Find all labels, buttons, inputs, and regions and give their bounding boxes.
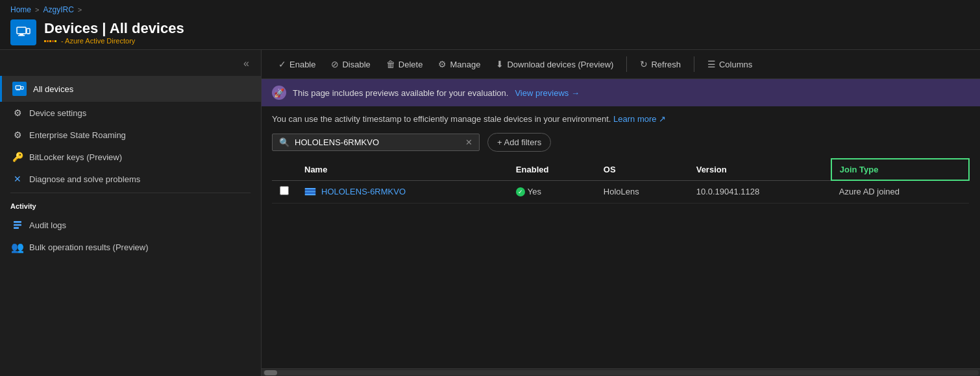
search-box: 🔍 ✕ — [272, 134, 480, 151]
bitlocker-icon: 🔑 — [12, 152, 23, 162]
diagnose-icon: ✕ — [12, 174, 23, 184]
sidebar-item-device-settings[interactable]: ⚙ Device settings — [0, 102, 261, 124]
device-join-type-cell: Azure AD joined — [831, 180, 969, 203]
delete-icon: 🗑 — [386, 59, 395, 69]
refresh-icon: ↻ — [640, 59, 648, 69]
toolbar-divider-2 — [694, 56, 694, 72]
download-icon: ⬇ — [496, 59, 504, 69]
devices-table-container: Name Enabled OS Version Join Type — [262, 158, 980, 368]
breadcrumb-tenant[interactable]: AzgyIRC — [43, 5, 73, 14]
device-enabled-cell: ✓ Yes — [508, 180, 596, 203]
bulk-operations-label: Bulk operation results (Preview) — [29, 242, 149, 252]
breadcrumb: Home > AzgyIRC > — [10, 5, 970, 14]
sidebar-item-bitlocker[interactable]: 🔑 BitLocker keys (Preview) — [0, 146, 261, 168]
preview-banner: 🚀 This page includes previews available … — [262, 79, 980, 106]
svg-rect-3 — [27, 29, 30, 34]
enabled-dot: ✓ — [516, 187, 525, 196]
svg-rect-6 — [21, 87, 23, 89]
add-filters-button[interactable]: + Add filters — [487, 133, 551, 152]
svg-point-4 — [28, 33, 29, 34]
device-settings-label: Device settings — [29, 108, 86, 118]
col-version[interactable]: Version — [689, 159, 831, 180]
svg-rect-2 — [18, 35, 25, 36]
scrollbar-thumb[interactable] — [264, 370, 277, 375]
sidebar-divider — [10, 193, 251, 193]
disable-button[interactable]: ⊘ Disable — [325, 55, 376, 73]
svg-rect-7 — [17, 89, 19, 90]
activity-section-label: Activity — [0, 196, 261, 214]
learn-more-link[interactable]: Learn more ↗ — [613, 114, 666, 124]
all-devices-label: All devices — [33, 84, 73, 94]
device-os-cell: HoloLens — [596, 180, 689, 203]
enterprise-label: Enterprise State Roaming — [29, 130, 126, 140]
view-previews-link[interactable]: View previews → — [515, 88, 579, 98]
delete-button[interactable]: 🗑 Delete — [380, 55, 430, 73]
sidebar-item-audit-logs[interactable]: Audit logs — [0, 214, 261, 236]
row-checkbox[interactable] — [280, 186, 289, 195]
sidebar-item-diagnose[interactable]: ✕ Diagnose and solve problems — [0, 168, 261, 190]
collapse-button[interactable]: « — [0, 54, 261, 76]
columns-button[interactable]: ☰ Columns — [701, 55, 759, 73]
rocket-icon: 🚀 — [272, 86, 286, 100]
enable-button[interactable]: ✓ Enable — [272, 55, 322, 73]
audit-logs-label: Audit logs — [29, 220, 66, 230]
scrollbar-track — [263, 370, 979, 375]
refresh-button[interactable]: ↻ Refresh — [633, 55, 687, 73]
col-name[interactable]: Name — [297, 159, 508, 180]
manage-icon: ⚙ — [438, 59, 447, 69]
search-input[interactable] — [295, 137, 460, 147]
sidebar-item-all-devices[interactable]: All devices — [0, 76, 261, 102]
col-join-type[interactable]: Join Type — [831, 159, 969, 180]
svg-rect-0 — [17, 27, 26, 34]
svg-rect-8 — [16, 89, 20, 90]
info-text: You can use the activity timestamp to ef… — [262, 106, 980, 129]
device-name-cell: HOLOLENS-6RMKVO — [297, 180, 508, 203]
svg-rect-12 — [305, 188, 316, 189]
svg-rect-11 — [14, 227, 19, 229]
devices-table: Name Enabled OS Version Join Type — [272, 158, 970, 204]
toolbar: ✓ Enable ⊘ Disable 🗑 Delete ⚙ Manage ⬇ D… — [262, 50, 980, 79]
table-row: HOLOLENS-6RMKVO ✓ Yes HoloLens 10.0.1904… — [272, 180, 969, 203]
search-row: 🔍 ✕ + Add filters — [262, 129, 980, 158]
banner-text: This page includes previews available fo… — [293, 88, 508, 98]
svg-rect-16 — [305, 194, 316, 195]
bitlocker-label: BitLocker keys (Preview) — [29, 152, 122, 162]
search-icon: 🔍 — [279, 137, 289, 147]
breadcrumb-sep1: > — [35, 6, 39, 14]
svg-rect-15 — [305, 192, 316, 193]
sidebar-item-enterprise-state-roaming[interactable]: ⚙ Enterprise State Roaming — [0, 124, 261, 146]
device-settings-icon: ⚙ — [12, 108, 23, 118]
row-checkbox-cell — [272, 180, 297, 203]
enable-icon: ✓ — [278, 59, 286, 69]
horizontal-scrollbar[interactable] — [262, 368, 980, 376]
svg-rect-1 — [19, 34, 23, 35]
all-devices-icon — [12, 82, 27, 96]
breadcrumb-home[interactable]: Home — [10, 5, 31, 14]
svg-rect-10 — [14, 224, 21, 226]
sidebar-item-bulk-operations[interactable]: 👥 Bulk operation results (Preview) — [0, 236, 261, 258]
breadcrumb-sep2: > — [78, 6, 82, 14]
device-version-cell: 10.0.19041.1128 — [689, 180, 831, 203]
select-all-header — [272, 159, 297, 180]
bulk-operations-icon: 👥 — [12, 242, 23, 252]
download-button[interactable]: ⬇ Download devices (Preview) — [489, 55, 620, 73]
page-header: Home > AzgyIRC > Devices | All devices — [0, 0, 980, 50]
svg-rect-9 — [14, 221, 21, 223]
disable-icon: ⊘ — [331, 59, 339, 69]
toolbar-divider-1 — [626, 56, 627, 72]
device-row-icon — [304, 186, 316, 198]
header-title-group: Devices | All devices - Azure Active Dir… — [44, 20, 184, 45]
clear-search-icon[interactable]: ✕ — [465, 137, 472, 147]
page-subtitle: - Azure Active Directory — [44, 37, 184, 45]
enterprise-icon: ⚙ — [12, 130, 23, 140]
page-title: Devices | All devices — [44, 20, 184, 37]
sidebar: « All devices ⚙ Device settings ⚙ Enterp… — [0, 50, 262, 376]
header-icon — [10, 19, 36, 45]
svg-rect-5 — [16, 86, 21, 89]
col-enabled[interactable]: Enabled — [508, 159, 596, 180]
svg-rect-14 — [305, 191, 316, 192]
device-name-link[interactable]: HOLOLENS-6RMKVO — [321, 187, 406, 196]
col-os[interactable]: OS — [596, 159, 689, 180]
diagnose-label: Diagnose and solve problems — [29, 174, 140, 184]
manage-button[interactable]: ⚙ Manage — [432, 55, 487, 73]
